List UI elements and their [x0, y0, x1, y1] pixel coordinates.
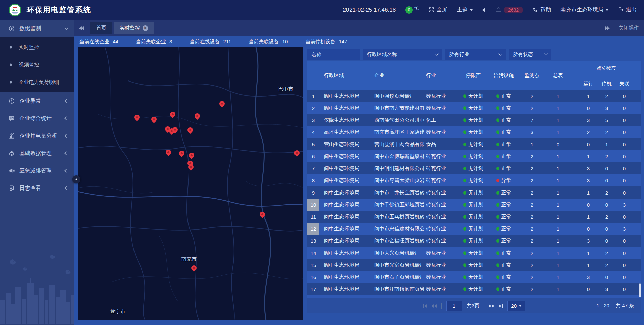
map[interactable]: 巴中市南充市遂宁市 [78, 47, 303, 320]
cell-company: 南部县砖华水泥有限公 [371, 295, 424, 298]
cell-monitor-count: 2 [519, 90, 545, 102]
filter-select-value: 所有状态 [513, 51, 533, 58]
cell-stop-count: 0 [598, 162, 615, 174]
table-row[interactable]: 1阆中生态环境局阆中强锐页岩砖厂砖瓦行业无计划正常21120 [307, 90, 641, 102]
table-row[interactable]: 14阆中生态环境局阆中大兴页岩机砖厂砖瓦行业无计划正常21120 [307, 247, 641, 259]
map-city-label: 巴中市 [278, 86, 293, 92]
cell-facility-status: 正常 [489, 138, 519, 150]
sidebar-subitem-label: 企业电力负荷明细 [19, 79, 59, 86]
table-row[interactable]: 8阆中生态环境局阆中市枣碧大梁山页岩砖瓦行业无计划异常21300 [307, 174, 641, 186]
table-row[interactable]: 6阆中生态环境局阆中市金博瑞新型墙材砖瓦行业无计划正常21120 [307, 150, 641, 162]
table-row[interactable]: 12阆中生态环境局阆中市忠信建材有限公砖瓦行业无计划正常21003 [307, 223, 641, 235]
cell-region: 仪陇生态环境局 [319, 114, 371, 126]
sidebar-subitem-power-load-detail[interactable]: 企业电力负荷明细 [0, 73, 74, 91]
cell-region: 阆中生态环境局 [319, 199, 371, 211]
temperature-badge: 0 [405, 6, 413, 14]
table-row[interactable]: 10阆中生态环境局阆中千佛镇五郎垭页岩砖瓦行业无计划正常21003 [307, 199, 641, 211]
tab-home[interactable]: 首页 [90, 22, 112, 34]
sidebar-item-data-monitoring[interactable]: 数据监测 [0, 20, 74, 37]
name-search-input[interactable] [307, 49, 360, 60]
cell-facility-status: 正常 [489, 162, 519, 174]
notification-bell[interactable]: 2632 [496, 7, 523, 13]
row-number: 10 [307, 199, 319, 211]
cell-monitor-count: 1 [519, 138, 545, 150]
table-row[interactable]: 15阆中生态环境局阆中市光富页岩机砖厂砖瓦行业无计划正常21120 [307, 259, 641, 271]
logout-button[interactable]: 退出 [618, 6, 637, 13]
speaker-button[interactable] [482, 8, 486, 12]
table-row[interactable]: 4高坪生态环境局南充市高坪区王家店建砖瓦行业无计划正常31220 [307, 126, 641, 138]
filter-select-region[interactable]: 行政区域名称 [363, 49, 442, 60]
status-dot-green [463, 227, 466, 231]
cell-monitor-count: 2 [519, 235, 545, 247]
fullscreen-button[interactable]: 全屏 [429, 6, 447, 13]
cell-lost-count: 0 [615, 259, 633, 271]
status-dot-green [496, 251, 499, 255]
cell-plan-status: 无计划 [458, 174, 489, 186]
tabs-container: 首页实时监控✕ [90, 22, 154, 34]
chevron-down-icon [435, 52, 438, 55]
cell-total-meter: 1 [545, 186, 571, 199]
cell-run-count: 0 [579, 223, 598, 235]
sidebar-item-enterprise-abnormal[interactable]: 企业异常 [0, 92, 74, 110]
table-row[interactable]: 17阆中生态环境局阆中市江南镇阆南页岩砖瓦行业无计划正常21030 [307, 283, 641, 295]
sidebar-item-base-data-management[interactable]: 基础数据管理 [0, 145, 74, 162]
table-row[interactable]: 18南部生态环境局南部县砖华水泥有限公建材行业无计划正常60060 [307, 295, 641, 298]
tab-label: 首页 [96, 25, 106, 31]
cell-monitor-count: 2 [519, 150, 545, 162]
stat-value: 3 [169, 39, 172, 45]
filter-select-status[interactable]: 所有状态 [509, 49, 551, 60]
table-row[interactable]: 9阆中生态环境局阆中市二龙长宝页岩砖砖瓦行业无计划正常21120 [307, 186, 641, 199]
cell-facility-status: 正常 [489, 150, 519, 162]
cell-company: 西南油气田分公司川中 [371, 114, 424, 126]
cell-company: 阆中市枣碧大梁山页岩 [371, 174, 424, 186]
next-page-button[interactable] [489, 304, 494, 308]
sidebar-item-log-view[interactable]: 日志查看 [0, 179, 74, 197]
table-row[interactable]: 11阆中生态环境局阆中市五马桥页岩机砖砖瓦行业无计划正常21120 [307, 211, 641, 223]
close-operations-button[interactable]: 关闭操作 [619, 25, 639, 31]
column-group-label: 点位状态 [579, 65, 633, 71]
cell-company: 阆中市二龙长宝页岩砖 [371, 186, 424, 199]
row-number: 12 [307, 223, 319, 235]
table-row[interactable]: 13阆中生态环境局阆中市金福旺页岩机砖砖瓦行业无计划正常21300 [307, 235, 641, 247]
row-number: 11 [307, 211, 319, 223]
tabs-scroll-left-button[interactable] [79, 26, 84, 30]
last-page-button[interactable] [499, 304, 503, 308]
prev-page-button[interactable] [431, 304, 437, 308]
tab-realtime-monitor[interactable]: 实时监控✕ [114, 22, 154, 34]
status-dot-green [496, 215, 499, 219]
table-header-sub: 运行停机失联 [307, 80, 641, 87]
table-row[interactable]: 3仪陇生态环境局西南油气田分公司川中化工无计划正常71350 [307, 114, 641, 126]
filter-select-industry[interactable]: 所有行业 [445, 49, 506, 60]
sidebar-subitem-video-monitor[interactable]: 视频监控 [0, 56, 74, 73]
exit-icon [618, 7, 624, 13]
sidebar-item-enterprise-statistics[interactable]: 企业综合统计 [0, 110, 74, 127]
sidebar-item-emergency-reduction[interactable]: 应急减排管理 [0, 162, 74, 179]
cell-lost-count: 0 [615, 90, 633, 102]
page-size-select[interactable]: 20 [507, 301, 525, 311]
sidebar: 数据监测 实时监控视频监控企业电力负荷明细 企业异常 企业综合统计 企业用电量分… [0, 20, 74, 325]
stat-value: 147 [339, 39, 347, 45]
table-row[interactable]: 2阆中生态环境局阆中市南方节能建材有砖瓦行业无计划正常21030 [307, 102, 641, 114]
sidebar-subitem-realtime-monitor[interactable]: 实时监控 [0, 39, 74, 56]
sidebar-item-label: 数据监测 [19, 25, 41, 32]
status-dot-green [496, 167, 499, 170]
first-page-button[interactable] [423, 304, 427, 308]
map-collapse-toggle[interactable] [72, 175, 80, 183]
cell-total-meter: 1 [545, 283, 571, 295]
status-dot-green [463, 239, 466, 243]
cell-industry: 砖瓦行业 [424, 271, 458, 283]
table-row[interactable]: 5营山生态环境局营山县润丰肉食品有限食品无计划正常10010 [307, 138, 641, 150]
scrollbar-thumb[interactable] [639, 283, 641, 297]
sidebar-item-power-usage-analysis[interactable]: 企业用电量分析 [0, 127, 74, 145]
column-header: 停限产 [458, 72, 489, 79]
theme-selector[interactable]: 主题 [457, 6, 473, 13]
tab-close-icon[interactable]: ✕ [143, 25, 148, 31]
org-selector[interactable]: 南充市生态环境局 [560, 6, 608, 13]
tabs-scroll-right-button[interactable] [605, 26, 610, 30]
table-row[interactable]: 7阆中生态环境局阆中明阳建材有限公司砖瓦行业无计划正常21300 [307, 162, 641, 174]
map-city-label: 遂宁市 [110, 308, 125, 315]
cell-lost-count: 0 [615, 235, 633, 247]
help-button[interactable]: 帮助 [532, 6, 551, 13]
table-row[interactable]: 16阆中生态环境局阆中市石子页岩机砖厂砖瓦行业无计划正常21300 [307, 271, 641, 283]
page-number-input[interactable] [446, 301, 462, 311]
